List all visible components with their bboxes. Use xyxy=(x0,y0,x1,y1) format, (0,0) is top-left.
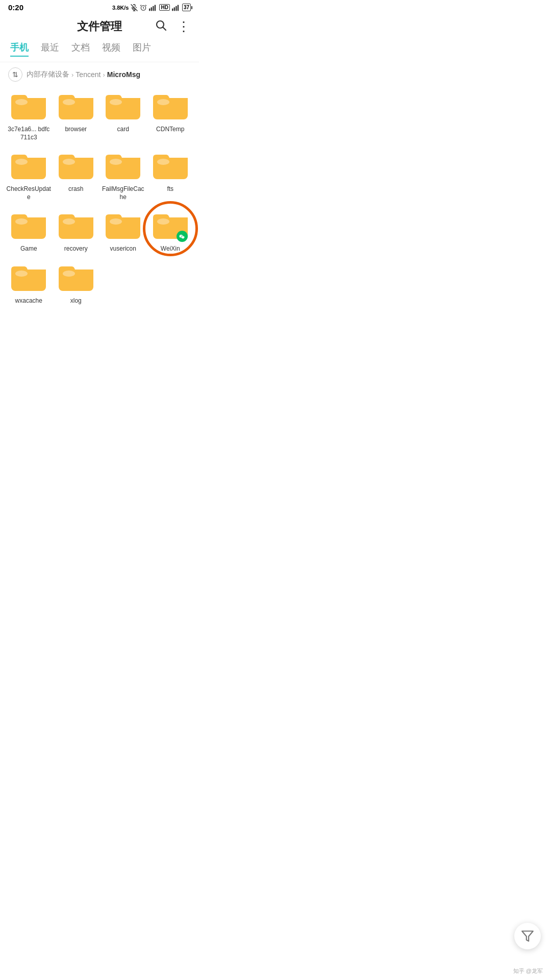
svg-rect-9 xyxy=(173,7,174,11)
folder-icon-wrap xyxy=(10,210,47,243)
tab-recent[interactable]: 最近 xyxy=(41,41,59,57)
folder-item[interactable]: WeiXin xyxy=(148,210,193,253)
svg-rect-7 xyxy=(155,5,156,11)
folder-item[interactable]: browser xyxy=(54,91,99,141)
folder-item[interactable]: card xyxy=(101,91,146,141)
folder-svg xyxy=(152,91,189,121)
svg-point-19 xyxy=(110,99,122,105)
folder-icon-wrap xyxy=(10,91,47,124)
tab-video[interactable]: 视频 xyxy=(102,41,120,57)
svg-point-29 xyxy=(157,159,169,165)
folder-name: wxacache xyxy=(15,297,42,305)
breadcrumb-path: 内部存储设备 › Tencent › MicroMsg xyxy=(27,70,140,79)
folder-svg xyxy=(58,91,94,121)
folder-item[interactable]: CDNTemp xyxy=(148,91,193,141)
breadcrumb-sep-2: › xyxy=(103,71,105,79)
folder-item[interactable]: xlog xyxy=(54,262,99,305)
svg-line-3 xyxy=(146,5,147,6)
folder-name: recovery xyxy=(64,245,88,253)
breadcrumb-sep-1: › xyxy=(71,71,73,79)
folder-name: CheckResUpdate xyxy=(6,185,52,201)
folder-name: card xyxy=(117,126,129,134)
svg-point-39 xyxy=(15,271,28,277)
folder-svg xyxy=(58,210,94,241)
folder-svg xyxy=(10,91,47,121)
folder-name: crash xyxy=(68,185,83,193)
status-icons: 3.8K/s HD 37 xyxy=(112,4,191,11)
folder-item[interactable]: crash xyxy=(54,151,99,201)
folder-item[interactable]: vusericon xyxy=(101,210,146,253)
folder-name: xlog xyxy=(70,297,82,305)
svg-rect-10 xyxy=(176,6,177,11)
folder-svg xyxy=(10,210,47,241)
svg-point-23 xyxy=(15,159,28,165)
wechat-badge xyxy=(177,231,188,242)
network-speed: 3.8K/s xyxy=(112,5,129,11)
folder-svg xyxy=(58,262,94,293)
folder-item[interactable]: wxacache xyxy=(6,262,52,305)
folder-svg xyxy=(10,262,47,293)
tab-phone[interactable]: 手机 xyxy=(10,41,29,57)
svg-point-31 xyxy=(15,218,28,225)
svg-rect-5 xyxy=(151,7,152,11)
svg-point-37 xyxy=(157,218,169,225)
svg-line-2 xyxy=(141,5,142,6)
folder-svg xyxy=(58,151,94,181)
folder-item[interactable]: 3c7e1a6... bdfc711c3 xyxy=(6,91,52,141)
more-button[interactable]: ⋮ xyxy=(177,19,191,35)
breadcrumb-mid[interactable]: Tencent xyxy=(76,70,101,79)
folder-item[interactable]: recovery xyxy=(54,210,99,253)
status-bar: 0:20 3.8K/s HD 37 xyxy=(0,0,199,14)
hd-badge: HD xyxy=(159,4,169,11)
header-icons: ⋮ xyxy=(155,19,191,35)
svg-rect-8 xyxy=(172,8,173,11)
folder-name: WeiXin xyxy=(161,245,180,253)
folder-icon-wrap xyxy=(152,91,189,124)
folder-item[interactable]: FailMsgFileCache xyxy=(101,151,146,201)
folder-name: Game xyxy=(20,245,37,253)
svg-point-33 xyxy=(63,218,75,225)
app-title: 文件管理 xyxy=(77,19,122,34)
breadcrumb: ⇅ 内部存储设备 › Tencent › MicroMsg xyxy=(0,62,199,86)
svg-point-41 xyxy=(63,271,75,277)
svg-rect-11 xyxy=(178,5,179,11)
search-button[interactable] xyxy=(155,19,167,34)
tab-docs[interactable]: 文档 xyxy=(71,41,90,57)
folder-svg xyxy=(105,151,141,181)
breadcrumb-root[interactable]: 内部存储设备 xyxy=(27,70,69,79)
folder-icon-wrap xyxy=(58,210,94,243)
folder-item[interactable]: fts xyxy=(148,151,193,201)
breadcrumb-current[interactable]: MicroMsg xyxy=(107,70,140,79)
tab-bar: 手机 最近 文档 视频 图片 xyxy=(0,38,199,62)
folder-icon-wrap xyxy=(58,151,94,183)
status-time: 0:20 xyxy=(8,3,23,12)
folder-svg xyxy=(152,151,189,181)
folder-name: CDNTemp xyxy=(156,126,184,134)
svg-point-27 xyxy=(110,159,122,165)
folder-icon-wrap xyxy=(105,210,141,243)
folder-icon-wrap xyxy=(105,151,141,183)
folder-item[interactable]: Game xyxy=(6,210,52,253)
breadcrumb-nav-button[interactable]: ⇅ xyxy=(8,67,22,82)
alarm-icon xyxy=(140,4,147,11)
svg-rect-6 xyxy=(153,6,154,11)
tab-images[interactable]: 图片 xyxy=(133,41,151,57)
folder-icon-wrap xyxy=(10,262,47,295)
signal2-icon xyxy=(172,4,180,11)
svg-point-21 xyxy=(157,99,169,105)
app-header: 文件管理 ⋮ xyxy=(0,14,199,38)
svg-point-25 xyxy=(63,159,75,165)
svg-point-15 xyxy=(15,99,28,105)
folder-icon-wrap xyxy=(10,151,47,183)
folder-item[interactable]: CheckResUpdate xyxy=(6,151,52,201)
folder-icon-wrap xyxy=(152,210,189,243)
folder-icon-wrap xyxy=(152,151,189,183)
folder-icon-wrap xyxy=(105,91,141,124)
svg-point-17 xyxy=(63,99,75,105)
folder-svg xyxy=(105,91,141,121)
folder-svg xyxy=(10,151,47,181)
svg-line-13 xyxy=(163,28,166,31)
folder-name: vusericon xyxy=(110,245,136,253)
folder-name: 3c7e1a6... bdfc711c3 xyxy=(6,126,52,141)
battery-icon: 37 xyxy=(182,4,191,11)
